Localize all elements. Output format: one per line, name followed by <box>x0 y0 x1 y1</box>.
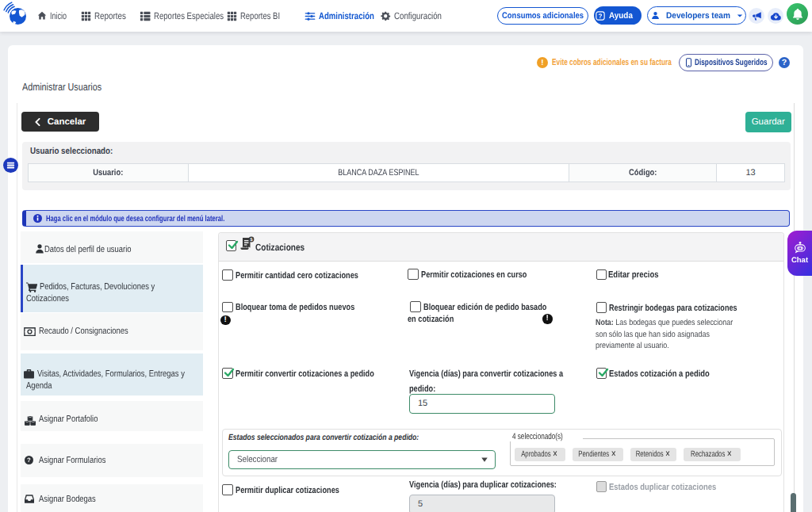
svg-text:?: ? <box>27 457 31 464</box>
svg-text:?: ? <box>599 12 603 19</box>
svg-text:$: $ <box>250 237 252 243</box>
